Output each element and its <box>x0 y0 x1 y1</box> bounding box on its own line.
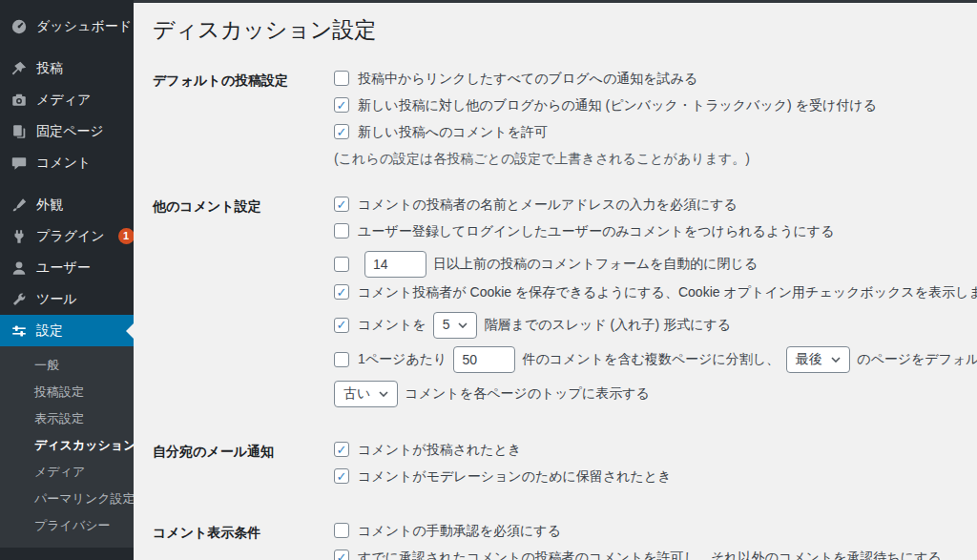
thread-comments-row: コメントを 5 階層までのスレッド (入れ子) 形式にする <box>334 310 977 341</box>
section-label: コメント表示条件 <box>153 522 334 560</box>
admin-menu: ダッシュボード 投稿 メディア 固定ページ コメント 外観 プラグイン 1 <box>0 0 134 346</box>
checkbox-row[interactable]: 新しい投稿に対し他のブログからの通知 (ピンバック・トラックバック) を受け付け… <box>334 96 958 114</box>
row-label: 階層までのスレッド (入れ子) 形式にする <box>484 316 731 334</box>
checkbox-label: 投稿中からリンクしたすべてのブログへの通知を試みる <box>358 70 697 88</box>
sidebar-item-dashboard[interactable]: ダッシュボード <box>0 10 134 42</box>
sidebar-item-label: ダッシュボード <box>36 18 132 35</box>
sidebar-item-label: 設定 <box>36 322 63 340</box>
checkbox-row[interactable]: 投稿中からリンクしたすべてのブログへの通知を試みる <box>334 70 958 88</box>
menu-separator <box>0 178 134 189</box>
section-before-comment-appears: コメント表示条件 コメントの手動承認を必須にする すでに承認されたコメントの投稿… <box>153 522 958 560</box>
comments-per-page-input[interactable] <box>453 346 515 373</box>
checkbox[interactable] <box>334 318 349 333</box>
checkbox[interactable] <box>334 71 349 86</box>
update-count-badge: 1 <box>118 228 134 244</box>
sidebar-item-label: プラグイン <box>36 228 105 245</box>
thread-depth-select[interactable]: 5 <box>433 312 478 339</box>
row-label: 日以上前の投稿のコメントフォームを自動的に閉じる <box>433 255 758 273</box>
menu-separator <box>0 42 134 52</box>
sidebar-item-users[interactable]: ユーザー <box>0 252 134 283</box>
page-title: ディスカッション設定 <box>153 10 958 49</box>
checkbox-row[interactable]: コメントがモデレーションのために保留されたとき <box>334 467 958 486</box>
appearance-icon <box>10 197 28 214</box>
sidebar-item-label: ユーザー <box>36 259 91 277</box>
checkbox-row[interactable]: コメント投稿者が Cookie を保存できるようにする、Cookie オプトイン… <box>334 283 977 301</box>
submenu-item-media[interactable]: メディア <box>0 459 134 486</box>
checkbox-row[interactable]: すでに承認されたコメントの投稿者のコメントを許可し、それ以外のコメントを承認待ち… <box>334 549 958 560</box>
dashboard-icon <box>10 18 28 35</box>
settings-override-note: (これらの設定は各投稿ごとの設定で上書きされることがあります。) <box>334 150 958 168</box>
sidebar-item-label: 投稿 <box>36 60 63 77</box>
checkbox[interactable] <box>334 523 349 538</box>
submenu-item-privacy[interactable]: プライバシー <box>0 512 134 539</box>
pin-icon <box>10 60 28 77</box>
submenu-item-discussion[interactable]: ディスカッション <box>0 432 134 459</box>
checkbox-label: コメントの手動承認を必須にする <box>358 522 561 540</box>
row-label: コメントを各ページのトップに表示する <box>405 384 650 403</box>
row-label: コメントを <box>358 316 426 334</box>
checkbox[interactable] <box>334 352 349 367</box>
checkbox[interactable] <box>334 442 349 457</box>
submenu-item-permalinks[interactable]: パーマリンク設定 <box>0 486 134 512</box>
checkbox[interactable] <box>334 97 349 113</box>
admin-sidebar: ダッシュボード 投稿 メディア 固定ページ コメント 外観 プラグイン 1 <box>0 0 134 560</box>
sidebar-item-media[interactable]: メディア <box>0 84 134 115</box>
users-icon <box>10 259 28 277</box>
sidebar-item-plugins[interactable]: プラグイン 1 <box>0 220 134 252</box>
discussion-settings-form: デフォルトの投稿設定 投稿中からリンクしたすべてのブログへの通知を試みる 新しい… <box>153 70 958 560</box>
settings-icon <box>10 322 28 340</box>
sidebar-item-posts[interactable]: 投稿 <box>0 52 134 84</box>
checkbox-label: コメント投稿者が Cookie を保存できるようにする、Cookie オプトイン… <box>358 283 977 301</box>
comments-icon <box>10 155 28 172</box>
submenu-item-reading[interactable]: 表示設定 <box>0 405 134 432</box>
checkbox-row[interactable]: コメントの手動承認を必須にする <box>334 522 958 540</box>
submenu-item-writing[interactable]: 投稿設定 <box>0 379 134 405</box>
comment-order-row: 古い コメントを各ページのトップに表示する <box>334 379 977 409</box>
section-label: 自分宛のメール通知 <box>153 441 334 494</box>
close-comments-days-input[interactable] <box>364 251 426 278</box>
sidebar-item-label: コメント <box>36 155 91 172</box>
checkbox-label: 新しい投稿へのコメントを許可 <box>358 123 548 141</box>
select-value: 最後 <box>796 350 822 368</box>
checkbox-row[interactable]: ユーザー登録してログインしたユーザーのみコメントをつけられるようにする <box>334 222 977 240</box>
checkbox[interactable] <box>334 124 349 139</box>
row-label: のページをデフォルトで表示する <box>857 350 977 368</box>
sidebar-item-comments[interactable]: コメント <box>0 147 134 178</box>
sidebar-item-tools[interactable]: ツール <box>0 283 134 315</box>
checkbox-label: コメントがモデレーションのために保留されたとき <box>358 467 672 486</box>
section-default-post-settings: デフォルトの投稿設定 投稿中からリンクしたすべてのブログへの通知を試みる 新しい… <box>153 70 958 168</box>
checkbox[interactable] <box>334 257 349 272</box>
checkbox-label: すでに承認されたコメントの投稿者のコメントを許可し、それ以外のコメントを承認待ち… <box>358 549 942 560</box>
settings-submenu: 一般 投稿設定 表示設定 ディスカッション メディア パーマリンク設定 プライバ… <box>0 346 134 548</box>
sidebar-item-label: 固定ページ <box>36 123 104 140</box>
checkbox[interactable] <box>334 197 349 212</box>
checkbox[interactable] <box>334 284 349 300</box>
submenu-item-general[interactable]: 一般 <box>0 352 134 379</box>
sidebar-item-appearance[interactable]: 外観 <box>0 189 134 220</box>
checkbox[interactable] <box>334 223 349 239</box>
sidebar-item-pages[interactable]: 固定ページ <box>0 115 134 147</box>
select-value: 古い <box>343 384 370 403</box>
section-label: 他のコメント設定 <box>153 196 334 413</box>
tools-icon <box>10 291 28 308</box>
plugins-icon <box>10 228 28 245</box>
sidebar-item-settings[interactable]: 設定 <box>0 315 134 346</box>
default-page-select[interactable]: 最後 <box>786 346 850 373</box>
checkbox-row[interactable]: コメントが投稿されたとき <box>334 441 958 459</box>
chevron-down-icon <box>831 357 841 363</box>
checkbox[interactable] <box>334 468 349 484</box>
sidebar-item-label: 外観 <box>36 197 63 214</box>
checkbox-row[interactable]: 新しい投稿へのコメントを許可 <box>334 123 958 141</box>
checkbox-label: コメントの投稿者の名前とメールアドレスの入力を必須にする <box>358 196 738 214</box>
sidebar-item-label: メディア <box>36 92 91 109</box>
select-value: 5 <box>443 316 450 334</box>
section-other-comment-settings: 他のコメント設定 コメントの投稿者の名前とメールアドレスの入力を必須にする ユー… <box>153 196 958 413</box>
row-label: 1ページあたり <box>358 350 447 368</box>
checkbox-row[interactable]: コメントの投稿者の名前とメールアドレスの入力を必須にする <box>334 196 977 214</box>
checkbox[interactable] <box>334 550 349 560</box>
comment-order-select[interactable]: 古い <box>334 381 398 407</box>
chevron-down-icon <box>379 391 388 397</box>
section-label: デフォルトの投稿設定 <box>153 70 334 168</box>
paginate-comments-row: 1ページあたり 件のコメントを含む複数ページに分割し、 最後 のページをデフォル… <box>334 344 977 375</box>
checkbox-label: ユーザー登録してログインしたユーザーのみコメントをつけられるようにする <box>358 222 835 240</box>
